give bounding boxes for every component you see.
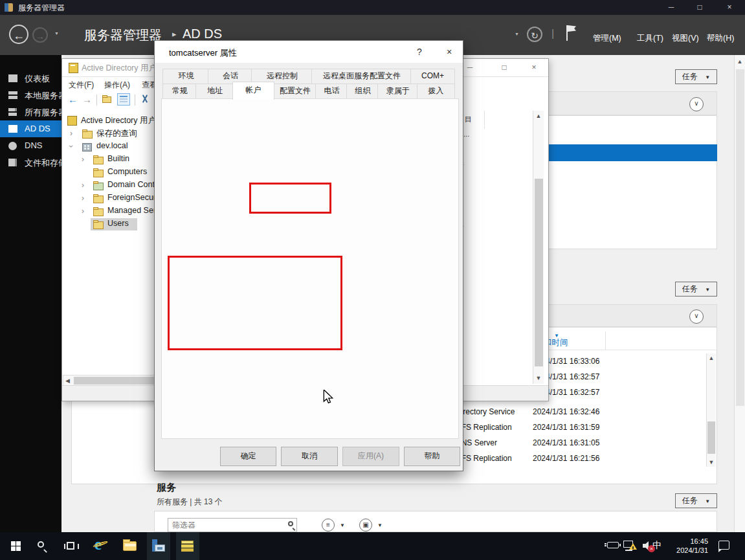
services-filter-input[interactable]: [168, 518, 297, 532]
maximize-button[interactable]: □: [496, 61, 513, 74]
search-button[interactable]: [31, 532, 54, 560]
ime-indicator[interactable]: 中: [652, 540, 662, 552]
tab-com-plus[interactable]: COM+: [410, 69, 455, 85]
servers-tasks-button[interactable]: 任务 ▼: [675, 69, 717, 84]
refresh-icon[interactable]: ↻: [527, 27, 542, 42]
tab-address[interactable]: 地址: [195, 84, 234, 100]
scroll-down-icon[interactable]: ▼: [533, 374, 544, 383]
notifications-flag-icon-cloth[interactable]: [568, 25, 576, 32]
server-manager-button[interactable]: [147, 532, 170, 560]
events-scrollbar[interactable]: ▲ ▼: [706, 353, 716, 467]
network-icon[interactable]: [623, 541, 633, 548]
maximize-button[interactable]: □: [690, 0, 709, 14]
sidebar-item-all-servers[interactable]: 所有服务器: [0, 104, 61, 120]
menu-manage[interactable]: 管理(M): [593, 33, 621, 44]
column-divider: [484, 111, 485, 129]
page-scrollbar-thumb[interactable]: [736, 69, 744, 406]
events-scrollbar-thumb[interactable]: [707, 421, 715, 454]
tab-profile[interactable]: 配置文件: [273, 84, 317, 100]
notifications-flag-icon[interactable]: [566, 25, 568, 41]
list-scrollbar-thumb[interactable]: [535, 179, 543, 366]
nav-dropdown-icon[interactable]: ▼: [54, 31, 59, 36]
column-divider: [605, 331, 606, 350]
sidebar-item-file-storage[interactable]: 文件和存储服务: [0, 154, 61, 171]
header-dropdown-icon[interactable]: ▼: [515, 32, 519, 36]
forward-icon[interactable]: →: [82, 94, 92, 105]
minimize-button[interactable]: ─: [662, 0, 681, 14]
tab-dial-in[interactable]: 拨入: [417, 84, 455, 100]
breadcrumb-root[interactable]: 服务器管理器: [84, 27, 162, 44]
scroll-up-icon[interactable]: ▲: [707, 353, 716, 363]
file-explorer-button[interactable]: [118, 532, 142, 560]
tab-telephones[interactable]: 电话: [315, 84, 348, 100]
list-scrollbar[interactable]: ▲ ▼: [533, 111, 544, 384]
tab-general[interactable]: 常规: [162, 84, 197, 100]
filter-dropdown-icon[interactable]: ▼: [340, 522, 345, 528]
events-tasks-button[interactable]: 任务 ▼: [675, 282, 717, 297]
saved-dropdown-icon[interactable]: ▼: [377, 522, 383, 528]
dashboard-icon: [8, 74, 17, 82]
minimize-button[interactable]: ─: [461, 61, 478, 74]
expander-icon[interactable]: ›: [82, 207, 84, 215]
menu-action[interactable]: 操作(A): [104, 80, 130, 91]
tab-account[interactable]: 帐户: [232, 82, 274, 100]
sidebar-item-dns[interactable]: DNS: [0, 137, 61, 154]
scroll-up-icon[interactable]: ▲: [533, 111, 544, 121]
page-scrollbar[interactable]: ▲: [734, 55, 745, 532]
folder-icon: [93, 170, 104, 177]
internet-explorer-button[interactable]: e: [89, 532, 113, 560]
close-icon[interactable]: ×: [438, 45, 460, 59]
clock-date: 2024/1/31: [668, 546, 708, 555]
menu-file[interactable]: 文件(F): [69, 80, 94, 91]
menu-view[interactable]: 视图(V): [672, 33, 699, 44]
server-manager-app-icon: [5, 3, 13, 12]
start-button[interactable]: [4, 532, 27, 560]
tab-environment[interactable]: 环境: [162, 69, 210, 85]
help-button[interactable]: 帮助: [404, 447, 460, 466]
task-view-button[interactable]: [60, 532, 83, 560]
forward-button[interactable]: →: [32, 27, 48, 43]
filter-options-button[interactable]: ≡: [322, 519, 335, 532]
show-window-icon[interactable]: [117, 93, 130, 106]
menu-tools[interactable]: 工具(T): [637, 33, 663, 44]
clock[interactable]: 16:45 2024/1/31: [668, 537, 708, 555]
tab-rds-profile[interactable]: 远程桌面服务配置文件: [311, 69, 412, 85]
clock-time: 16:45: [668, 537, 708, 546]
expander-icon[interactable]: ›: [82, 181, 84, 189]
back-icon[interactable]: ←: [68, 94, 78, 105]
expander-icon[interactable]: ›: [82, 155, 84, 163]
expander-icon[interactable]: ›: [82, 194, 84, 202]
parent-folder-icon[interactable]: [102, 96, 111, 103]
expander-icon[interactable]: ›: [70, 129, 72, 137]
back-button[interactable]: ←: [9, 25, 28, 44]
sidebar-item-ad-ds[interactable]: AD DS: [0, 120, 61, 137]
services-heading: 服务: [157, 482, 176, 494]
scroll-up-icon[interactable]: ▲: [735, 55, 745, 68]
action-center-icon[interactable]: [718, 541, 729, 550]
properties-dialog: tomcatserver 属性 ? × 环境 会话 远程控制 远程桌面服务配置文…: [154, 40, 463, 471]
cut-icon[interactable]: [140, 95, 150, 104]
scroll-left-icon[interactable]: ◀: [65, 377, 70, 384]
close-button[interactable]: ×: [720, 0, 739, 14]
help-icon[interactable]: ?: [408, 45, 430, 59]
power-icon[interactable]: [607, 542, 619, 548]
aduc-taskbar-button[interactable]: [176, 532, 199, 560]
cancel-button[interactable]: 取消: [281, 447, 338, 466]
apply-button: 应用(A): [342, 447, 399, 466]
expander-expanded-icon[interactable]: ›: [67, 145, 75, 148]
services-filter-panel: ≡ ▼ ▣ ▼: [154, 511, 717, 532]
ok-button[interactable]: 确定: [220, 447, 276, 466]
sidebar-item-dashboard[interactable]: 仪表板: [0, 70, 61, 87]
scroll-down-icon[interactable]: ▼: [707, 458, 716, 467]
close-button[interactable]: ×: [526, 61, 542, 74]
menu-help[interactable]: 帮助(H): [707, 33, 734, 44]
collapse-chevron-icon[interactable]: ∨: [689, 309, 704, 324]
saved-queries-button[interactable]: ▣: [359, 519, 372, 532]
tab-member-of[interactable]: 隶属于: [377, 84, 419, 100]
header-separator: |: [551, 28, 554, 39]
sidebar-item-local-server[interactable]: 本地服务器: [0, 87, 61, 104]
tab-organization[interactable]: 组织: [346, 84, 379, 100]
services-tasks-button[interactable]: 任务 ▼: [675, 493, 717, 508]
collapse-chevron-icon[interactable]: ∨: [689, 97, 704, 111]
desktop: 服务器管理器 ─ □ × ← → ▼ 服务器管理器 ▸ AD DS ▼ ↻ | …: [0, 0, 745, 560]
